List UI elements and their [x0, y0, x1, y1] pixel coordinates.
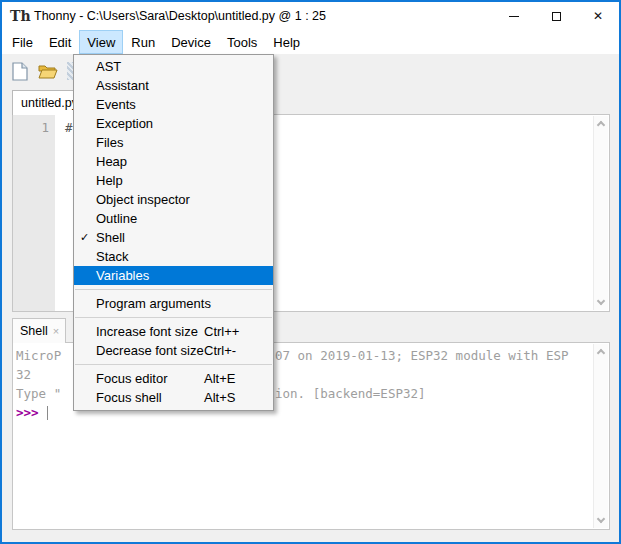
menu-item-exception[interactable]: Exception	[74, 114, 273, 133]
scroll-down-icon[interactable]	[597, 297, 605, 305]
open-file-button[interactable]	[38, 61, 58, 81]
menu-item-shortcut: Alt+S	[204, 388, 235, 407]
minimize-button[interactable]	[493, 2, 535, 30]
menu-view[interactable]: View	[79, 30, 123, 54]
menu-item-help[interactable]: Help	[74, 171, 273, 190]
menu-item-decrease-font-size[interactable]: Decrease font size Ctrl+-	[74, 341, 273, 360]
menu-device[interactable]: Device	[163, 30, 219, 54]
maximize-button[interactable]	[535, 2, 577, 30]
menu-separator	[75, 364, 272, 365]
menu-item-ast[interactable]: AST	[74, 57, 273, 76]
menu-item-label: Assistant	[96, 78, 149, 93]
maximize-icon	[552, 12, 561, 21]
new-file-button[interactable]	[10, 61, 30, 81]
menu-item-label: Help	[96, 173, 123, 188]
shell-banner-line1-right: 07 on 2019-01-13; ESP32 module with ESP	[275, 348, 569, 363]
shell-tab-label: Shell	[20, 324, 48, 338]
menu-item-object-inspector[interactable]: Object inspector	[74, 190, 273, 209]
title-bar: Th Thonny - C:\Users\Sara\Desktop\untitl…	[2, 2, 619, 30]
menu-item-outline[interactable]: Outline	[74, 209, 273, 228]
menu-item-label: Stack	[96, 249, 129, 264]
menu-item-shell[interactable]: ✓ Shell	[74, 228, 273, 247]
menu-item-label: Variables	[96, 268, 149, 283]
menu-item-shortcut: Alt+E	[204, 369, 235, 388]
shell-banner-line3-left: Type "	[16, 386, 61, 401]
thonny-window: Th Thonny - C:\Users\Sara\Desktop\untitl…	[0, 0, 621, 544]
scroll-up-icon[interactable]	[597, 121, 605, 129]
minimize-icon	[509, 16, 519, 17]
menu-item-label: AST	[96, 59, 121, 74]
menu-item-shortcut: Ctrl++	[204, 322, 239, 341]
menu-item-shortcut: Ctrl+-	[204, 341, 236, 360]
menu-item-label: Outline	[96, 211, 137, 226]
editor-tab-label: untitled.py	[21, 96, 78, 110]
line-number: 1	[41, 120, 49, 135]
menu-item-label: Focus shell	[96, 390, 162, 405]
menu-separator	[75, 289, 272, 290]
menu-item-program-arguments[interactable]: Program arguments	[74, 294, 273, 313]
menu-item-label: Heap	[96, 154, 127, 169]
view-menu-dropdown: AST Assistant Events Exception Files Hea…	[73, 54, 274, 411]
menu-item-label: Shell	[96, 230, 125, 245]
menu-separator	[75, 317, 272, 318]
shell-prompt: >>>	[16, 405, 39, 420]
window-title: Thonny - C:\Users\Sara\Desktop\untitled.…	[34, 9, 326, 23]
menu-item-focus-shell[interactable]: Focus shell Alt+S	[74, 388, 273, 407]
menu-item-heap[interactable]: Heap	[74, 152, 273, 171]
scroll-down-icon[interactable]	[597, 515, 605, 523]
thonny-logo-icon: Th	[10, 8, 27, 25]
shell-scrollbar[interactable]	[593, 344, 608, 528]
editor-scrollbar[interactable]	[593, 116, 608, 310]
menu-item-focus-editor[interactable]: Focus editor Alt+E	[74, 369, 273, 388]
menu-item-label: Files	[96, 135, 123, 150]
menu-item-label: Focus editor	[96, 371, 168, 386]
line-number-gutter: 1	[13, 115, 55, 311]
shell-banner-line2: 32	[16, 367, 31, 382]
menu-item-label: Object inspector	[96, 192, 190, 207]
shell-banner-line1-left: MicroP	[16, 348, 61, 363]
menu-item-variables[interactable]: Variables	[74, 266, 273, 285]
menu-tools[interactable]: Tools	[219, 30, 265, 54]
menu-item-label: Exception	[96, 116, 153, 131]
menu-item-label: Decrease font size	[96, 343, 204, 358]
menu-item-label: Increase font size	[96, 324, 198, 339]
menu-edit[interactable]: Edit	[41, 30, 79, 54]
menu-bar: File Edit View Run Device Tools Help	[2, 30, 619, 54]
menu-item-label: Events	[96, 97, 136, 112]
menu-help[interactable]: Help	[265, 30, 308, 54]
menu-item-stack[interactable]: Stack	[74, 247, 273, 266]
open-folder-icon	[38, 63, 58, 80]
menu-item-events[interactable]: Events	[74, 95, 273, 114]
menu-run[interactable]: Run	[123, 30, 163, 54]
window-controls: ✕	[493, 2, 619, 30]
tab-shell[interactable]: Shell ×	[12, 318, 66, 343]
menu-item-files[interactable]: Files	[74, 133, 273, 152]
close-icon: ✕	[593, 9, 603, 23]
checkmark-icon: ✓	[80, 228, 89, 247]
menu-item-label: Program arguments	[96, 296, 211, 311]
shell-tab-close-icon[interactable]: ×	[53, 325, 59, 337]
new-file-icon	[12, 62, 28, 81]
status-bar	[2, 529, 619, 542]
close-button[interactable]: ✕	[577, 2, 619, 30]
menu-file[interactable]: File	[4, 30, 41, 54]
scroll-up-icon[interactable]	[597, 349, 605, 357]
menu-item-increase-font-size[interactable]: Increase font size Ctrl++	[74, 322, 273, 341]
shell-banner-line3-right: ion. [backend=ESP32]	[275, 386, 426, 401]
shell-cursor	[47, 406, 48, 420]
editor-code-line: #	[65, 120, 73, 135]
menu-item-assistant[interactable]: Assistant	[74, 76, 273, 95]
